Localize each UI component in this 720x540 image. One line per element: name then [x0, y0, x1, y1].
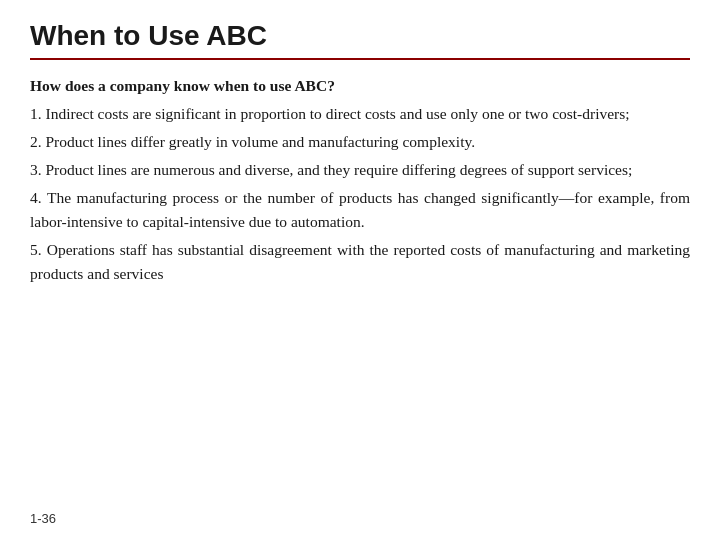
slide-number: 1-36	[30, 511, 56, 526]
content-body: How does a company know when to use ABC?…	[30, 74, 690, 286]
point-3: 3. Product lines are numerous and divers…	[30, 158, 690, 182]
question-text: How does a company know when to use ABC?	[30, 77, 335, 94]
title-underline	[30, 58, 690, 60]
slide-title: When to Use ABC	[30, 20, 690, 52]
slide-container: When to Use ABC How does a company know …	[0, 0, 720, 540]
point-4: 4. The manufacturing process or the numb…	[30, 186, 690, 234]
point-1: 1. Indirect costs are significant in pro…	[30, 102, 690, 126]
title-section: When to Use ABC	[30, 20, 690, 60]
point-5: 5. Operations staff has substantial disa…	[30, 238, 690, 286]
point-2: 2. Product lines differ greatly in volum…	[30, 130, 690, 154]
question-line: How does a company know when to use ABC?	[30, 74, 690, 98]
